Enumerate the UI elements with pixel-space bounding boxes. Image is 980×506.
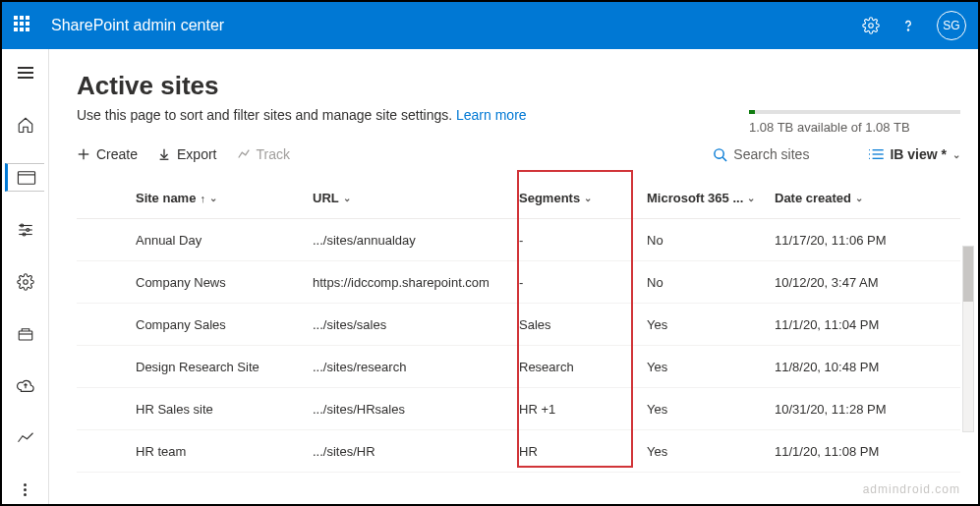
- migration-icon[interactable]: [6, 371, 45, 400]
- col-m365[interactable]: Microsoft 365 ... ⌄: [647, 191, 775, 205]
- date-cell: 11/1/20, 11:08 PM: [775, 444, 942, 459]
- search-input[interactable]: Search sites: [713, 146, 809, 162]
- col-date[interactable]: Date created ⌄: [775, 191, 942, 205]
- url-cell: .../sites/annualday: [313, 233, 519, 248]
- more-icon[interactable]: [6, 476, 45, 504]
- app-brand: SharePoint admin center: [51, 17, 862, 34]
- segments-cell: Sales: [519, 317, 647, 332]
- page-title: Active sites: [77, 71, 960, 101]
- segments-cell: Research: [519, 360, 647, 374]
- svg-point-0: [869, 24, 874, 28]
- date-cell: 11/1/20, 11:04 PM: [775, 317, 942, 332]
- segments-cell: HR: [519, 444, 647, 459]
- site-name-cell[interactable]: HR team: [136, 444, 313, 459]
- segments-cell: HR +1: [519, 402, 647, 417]
- segments-cell: -: [519, 275, 647, 290]
- m365-cell: Yes: [647, 317, 775, 332]
- svg-line-18: [723, 157, 727, 161]
- sites-icon[interactable]: [5, 163, 44, 192]
- chevron-down-icon: ⌄: [747, 193, 755, 203]
- m365-cell: No: [647, 275, 775, 290]
- view-selector[interactable]: IB view * ⌄: [868, 146, 960, 162]
- command-bar: Create Export Track Search sites IB view…: [77, 146, 960, 162]
- site-name-cell[interactable]: Annual Day: [136, 233, 313, 248]
- avatar[interactable]: SG: [937, 11, 966, 40]
- chevron-down-icon: ⌄: [343, 193, 351, 203]
- watermark: admindroid.com: [863, 482, 960, 496]
- date-cell: 11/8/20, 10:48 PM: [775, 360, 942, 374]
- svg-rect-11: [19, 331, 32, 340]
- reports-icon[interactable]: [6, 423, 45, 452]
- site-name-cell[interactable]: Company Sales: [136, 317, 313, 332]
- track-button: Track: [237, 146, 290, 162]
- table-header: Site name ↑ ⌄ URL ⌄ Segments ⌄ Microsoft…: [77, 178, 960, 219]
- table-row[interactable]: HR Sales site.../sites/HRsalesHR +1Yes10…: [77, 388, 960, 430]
- svg-point-17: [715, 148, 723, 157]
- table-row[interactable]: Annual Day.../sites/annualday-No11/17/20…: [77, 219, 960, 261]
- m365-cell: No: [647, 233, 775, 248]
- hamburger-icon[interactable]: [6, 59, 45, 87]
- app-launcher-icon[interactable]: [14, 16, 33, 35]
- learn-more-link[interactable]: Learn more: [456, 107, 527, 123]
- url-cell: .../sites/research: [313, 360, 519, 374]
- svg-rect-2: [18, 171, 34, 183]
- table-row[interactable]: Company Sales.../sites/salesSalesYes11/1…: [77, 304, 960, 346]
- m365-cell: Yes: [647, 444, 775, 459]
- storage-meter: 1.08 TB available of 1.08 TB: [749, 110, 960, 135]
- storage-text: 1.08 TB available of 1.08 TB: [749, 120, 960, 135]
- left-rail: [2, 49, 49, 504]
- col-segments[interactable]: Segments ⌄: [519, 191, 647, 205]
- settings-icon[interactable]: [6, 267, 45, 296]
- policies-icon[interactable]: [6, 215, 45, 244]
- app-header: SharePoint admin center SG: [2, 2, 978, 49]
- svg-point-1: [907, 29, 908, 30]
- sites-table: Site name ↑ ⌄ URL ⌄ Segments ⌄ Microsoft…: [77, 178, 960, 473]
- export-button[interactable]: Export: [157, 146, 216, 162]
- main-content: Active sites Use this page to sort and f…: [49, 49, 978, 504]
- chevron-down-icon: ⌄: [209, 193, 217, 203]
- segments-cell: -: [519, 233, 647, 248]
- url-cell: https://idccomp.sharepoint.com: [313, 275, 519, 290]
- svg-point-10: [23, 279, 28, 284]
- m365-cell: Yes: [647, 402, 775, 417]
- chevron-down-icon: ⌄: [952, 149, 960, 160]
- gear-icon[interactable]: [862, 17, 880, 34]
- url-cell: .../sites/sales: [313, 317, 519, 332]
- date-cell: 10/31/20, 11:28 PM: [775, 402, 942, 417]
- content-services-icon[interactable]: [6, 319, 45, 348]
- site-name-cell[interactable]: HR Sales site: [136, 402, 313, 417]
- site-name-cell[interactable]: Company News: [136, 275, 313, 290]
- url-cell: .../sites/HRsales: [313, 402, 519, 417]
- site-name-cell[interactable]: Design Research Site: [136, 360, 313, 374]
- url-cell: .../sites/HR: [313, 444, 519, 459]
- m365-cell: Yes: [647, 360, 775, 374]
- table-row[interactable]: Company Newshttps://idccomp.sharepoint.c…: [77, 261, 960, 304]
- table-row[interactable]: HR team.../sites/HRHRYes11/1/20, 11:08 P…: [77, 430, 960, 473]
- create-button[interactable]: Create: [77, 146, 138, 162]
- col-site-name[interactable]: Site name ↑ ⌄: [136, 191, 313, 205]
- home-icon[interactable]: [6, 111, 45, 140]
- scrollbar[interactable]: [962, 246, 974, 432]
- date-cell: 10/12/20, 3:47 AM: [775, 275, 942, 290]
- col-url[interactable]: URL ⌄: [313, 191, 519, 205]
- chevron-down-icon: ⌄: [855, 193, 863, 203]
- help-icon[interactable]: [899, 17, 917, 34]
- table-row[interactable]: Design Research Site.../sites/researchRe…: [77, 346, 960, 388]
- chevron-down-icon: ⌄: [584, 193, 592, 203]
- sort-asc-icon: ↑: [200, 193, 205, 204]
- date-cell: 11/17/20, 11:06 PM: [775, 233, 942, 248]
